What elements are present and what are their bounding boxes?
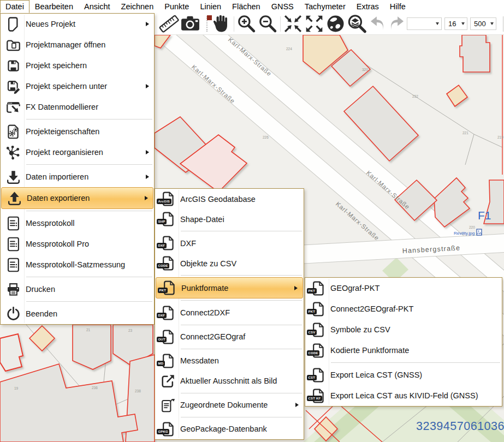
menu-item-geopackage[interactable]: GPKGGeoPackage-Datenbank [155,419,304,439]
red-marker-icon [207,15,212,20]
menu-separator [181,325,302,325]
menu-item-ausschnitt-als-bild[interactable]: Aktueller Ausschnitt als Bild [155,371,304,391]
data-modeller-icon [5,99,21,115]
menu-extras[interactable]: Extras [351,0,384,13]
layer-search-icon[interactable] [347,14,367,34]
menu-flaechen[interactable]: Flächen [227,0,266,13]
menu-tachymeter[interactable]: Tachymeter [299,0,351,13]
chevron-down-icon [490,22,494,25]
new-document-icon [5,16,21,32]
chevron-down-icon [461,22,465,25]
zoom-out-icon[interactable] [258,14,278,34]
menu-item-projekteigenschaften[interactable]: Projekteigenschaften [1,121,154,142]
toolbar-combo-3[interactable]: 500 [470,17,496,30]
menu-item-messprotokoll-pro[interactable]: Messprotokoll Pro [1,234,154,254]
globe-icon[interactable] [325,14,346,34]
submenu-arrow-icon [146,22,149,26]
menu-zeichnen[interactable]: Zeichnen [116,0,159,13]
file-menu: Neues Projekt Projektmanager öffnen Proj… [0,13,155,325]
menu-item-messdaten[interactable]: MDMessdaten [155,351,304,371]
menu-item-label: Messprotokoll [26,219,154,228]
redo-icon[interactable] [388,15,406,33]
menu-separator [181,417,302,417]
svg-text:232: 232 [412,94,418,98]
attachment-label[interactable]: Revility.jpg [454,231,475,236]
toolbar-combo-2[interactable]: 16 [444,17,467,30]
menu-item-daten-importieren[interactable]: Daten importieren [1,166,154,187]
menu-item-fx-datenmodellierer[interactable]: FX Datenmodellierer [1,97,154,117]
menu-separator [26,211,152,211]
document-arrow-icon [160,397,176,413]
menu-separator [26,277,152,277]
menu-item-neues-projekt[interactable]: Neues Projekt [1,14,154,34]
share-image-icon [160,373,176,389]
file-type-badge: CST KF [307,396,322,401]
submenu-arrow-icon [146,150,149,154]
file-type-badge: GPKG [157,429,169,434]
menu-item-connect2geograf[interactable]: OUTConnect2GEOgraf [155,327,304,347]
ruler-icon[interactable] [159,14,179,34]
menu-bearbeiten[interactable]: Bearbeiten [29,0,79,13]
svg-text:220: 220 [469,225,475,229]
file-type-badge: DXF [157,243,167,248]
file-type-badge: CODE [307,350,319,356]
menu-item-label: Objekte zu CSV [180,259,304,268]
menu-item-messprotokoll-satzmessung[interactable]: Messprotokoll-Satzmessung [1,254,154,275]
menu-item-label: FX Datenmodellierer [26,103,154,111]
toolbar-combo-1[interactable] [407,17,442,30]
menu-item-beenden[interactable]: Beenden [1,303,154,324]
menu-item-connect2dxf[interactable]: DXFConnect2DXF [155,302,304,322]
menu-item-zugeordnete-dokumente[interactable]: Zugeordnete Dokumente [155,395,304,415]
menu-punkte[interactable]: Punkte [159,0,194,13]
open-folder-icon [5,37,21,53]
attachment-image-icon[interactable] [477,229,482,235]
svg-text:236: 236 [92,386,98,390]
combo-value: 16 [448,20,456,28]
file-type-badge: MD [157,361,165,366]
menu-separator [331,362,500,363]
menu-item-speichern-unter[interactable]: Projekt speichern unter [1,76,154,97]
menu-item-geograf-pkt[interactable]: PKTGEOgraf-PKT [305,278,502,298]
menu-item-daten-exportieren[interactable]: Daten exportieren [1,187,153,209]
zoom-in-icon[interactable] [236,14,257,34]
menu-item-label: Export Leica CST aus KIVID-Feld (GNSS) [330,391,502,400]
menu-item-drucken[interactable]: Drucken [1,279,154,300]
save-icon [5,58,21,74]
menu-item-arcgis-geodatabase[interactable]: ArcGISArcGIS Geodatabase [155,189,304,209]
menu-item-kodierte-punktformate[interactable]: CODEKodierte Punktformate [305,340,502,361]
undo-icon[interactable] [368,15,387,33]
menu-item-label: Aktueller Ausschnitt als Bild [180,377,304,385]
menu-hilfe[interactable]: Hilfe [384,0,411,13]
menu-item-symbole-zu-csv[interactable]: CSVSymbole zu CSV [305,319,502,340]
zoom-extent-icon[interactable] [304,14,324,34]
menu-item-punktformate[interactable]: PKTPunktformate [156,277,303,298]
camera-icon[interactable] [180,14,200,34]
svg-text:19: 19 [14,386,19,390]
menu-item-label: Punktformate [181,284,294,292]
menu-item-projekt-reorganisieren[interactable]: Projekt reorganisieren [1,142,154,163]
menu-item-label: Symbole zu CSV [330,325,502,334]
menu-item-label: Neues Projekt [26,20,146,28]
menu-item-export-leica-cst[interactable]: CSTExport Leica CST (GNSS) [305,365,502,385]
menu-item-dxf[interactable]: DXFDXF [155,233,304,253]
pan-hand-icon[interactable] [211,14,232,34]
power-icon [5,306,21,322]
menu-item-label: Beenden [26,309,154,318]
menu-item-export-leica-cst-kivid[interactable]: CST KFExport Leica CST aus KIVID-Feld (G… [305,385,502,406]
file-type-badge: SHP [157,219,167,224]
menu-ansicht[interactable]: Ansicht [79,0,116,13]
menu-item-messprotokoll[interactable]: Messprotokoll [1,213,154,234]
svg-text:320: 320 [362,68,368,71]
menu-item-projekt-speichern[interactable]: Projekt speichern [1,55,154,76]
menu-separator [26,301,152,302]
menu-item-shape-datei[interactable]: SHPShape-Datei [155,209,304,229]
menu-item-objekte-zu-csv[interactable]: CODEObjekte zu CSV [155,253,304,273]
menu-item-connect2geograf-pkt[interactable]: PKTConnect2GEOgraf-PKT [305,298,502,319]
menu-item-projektmanager[interactable]: Projektmanager öffnen [1,34,154,55]
menu-item-label: Messprotokoll-Satzmessung [26,260,154,269]
file-type-badge: PKT [158,288,168,293]
menu-gnss[interactable]: GNSS [266,0,299,13]
menu-linien[interactable]: Linien [194,0,227,13]
zoom-fit-selection-icon[interactable] [283,14,303,34]
menu-datei[interactable]: Datei [0,0,29,13]
